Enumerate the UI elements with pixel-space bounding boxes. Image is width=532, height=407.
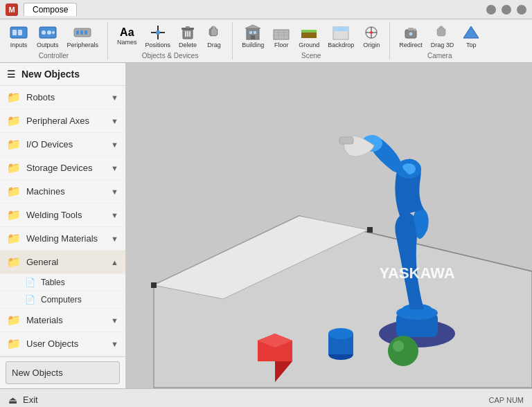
svg-rect-21 <box>249 31 252 34</box>
svg-point-66 <box>328 328 353 339</box>
chevron-icon: ▼ <box>111 188 118 196</box>
svg-rect-48 <box>151 282 157 288</box>
close-button[interactable] <box>517 5 526 15</box>
new-objects-button[interactable]: New Objects <box>6 361 120 384</box>
toolbar-redirect[interactable]: Redirect <box>396 22 426 51</box>
folder-icon: 📁 <box>7 138 21 151</box>
origin-label: Origin <box>363 42 380 48</box>
computers-label: Computers <box>41 295 82 305</box>
materials-label: Materials <box>26 315 105 325</box>
sidebar-item-peripheral-axes[interactable]: 📁 Peripheral Axes ▼ <box>0 109 125 133</box>
delete-label: Delete <box>179 42 197 48</box>
maximize-button[interactable] <box>502 5 511 15</box>
sidebar-subitem-tables[interactable]: 📄 Tables <box>0 274 125 291</box>
welding-materials-label: Welding Materials <box>26 233 105 244</box>
sidebar-item-io-devices[interactable]: 📁 I/O Devices ▼ <box>0 133 125 156</box>
peripherals-label: Peripherals <box>67 42 99 48</box>
toolbar-drag3d[interactable]: Drag 3D <box>427 22 458 51</box>
sidebar-subitem-computers[interactable]: 📄 Computers <box>0 291 125 309</box>
sidebar-title: New Objects <box>21 69 80 80</box>
svg-rect-2 <box>18 30 22 35</box>
folder-icon: 📁 <box>7 314 21 327</box>
chevron-icon: ▼ <box>111 340 118 348</box>
toolbar-drag[interactable]: Drag <box>202 22 227 51</box>
scene-svg: YASKAWA <box>126 63 532 388</box>
sidebar-list: 📁 Robots ▼ 📁 Peripheral Axes ▼ 📁 I/O Dev… <box>0 86 125 356</box>
chevron-icon: ▼ <box>111 235 118 243</box>
building-label: Building <box>242 42 264 48</box>
toolbar-group-objects: Aa Names Positions <box>114 22 233 60</box>
svg-rect-33 <box>333 27 348 31</box>
drag-icon <box>206 24 222 41</box>
objects-group-label: Objects & Devices <box>142 52 199 60</box>
svg-rect-25 <box>274 30 289 39</box>
sidebar-item-materials[interactable]: 📁 Materials ▼ <box>0 309 125 332</box>
toolbar-peripherals[interactable]: Peripherals <box>64 22 103 51</box>
sidebar-item-general[interactable]: 📁 General ▲ <box>0 251 125 274</box>
sidebar-item-machines[interactable]: 📁 Machines ▼ <box>0 180 125 204</box>
sidebar-item-robots[interactable]: 📁 Robots ▼ <box>0 86 125 109</box>
status-text: CAP NUM <box>488 396 524 404</box>
chevron-icon: ▼ <box>111 164 118 172</box>
chevron-icon: ▼ <box>111 316 118 325</box>
folder-icon: 📁 <box>7 337 21 350</box>
status-bar: ⏏ Exit CAP NUM <box>0 388 532 407</box>
sidebar: ☰ New Objects 📁 Robots ▼ 📁 Peripheral Ax… <box>0 63 126 388</box>
toolbar-positions[interactable]: Positions <box>142 22 175 51</box>
svg-point-39 <box>409 32 413 36</box>
window-controls <box>486 5 526 15</box>
storage-devices-label: Storage Devices <box>26 163 105 173</box>
toolbar-building[interactable]: Building <box>238 22 267 51</box>
viewport[interactable]: YASKAWA <box>126 63 532 388</box>
toolbar-ground[interactable]: Ground <box>295 22 323 51</box>
toolbar-floor[interactable]: Floor <box>269 22 294 51</box>
ground-label: Ground <box>299 42 319 48</box>
svg-point-6 <box>52 31 55 34</box>
svg-text:YASKAWA: YASKAWA <box>379 264 454 282</box>
svg-rect-8 <box>76 30 79 35</box>
welding-tools-label: Welding Tools <box>26 210 105 220</box>
svg-point-4 <box>42 30 46 35</box>
toolbar-outputs[interactable]: Outputs <box>33 22 62 51</box>
camera-group-label: Camera <box>427 52 452 60</box>
sidebar-header: ☰ New Objects <box>0 63 125 86</box>
svg-rect-31 <box>301 30 317 33</box>
redirect-label: Redirect <box>399 42 423 48</box>
top-icon <box>462 24 480 41</box>
peripheral-axes-label: Peripheral Axes <box>26 116 105 126</box>
user-objects-label: User Objects <box>26 338 105 349</box>
svg-point-5 <box>47 30 51 35</box>
toolbar-origin[interactable]: Origin <box>359 22 384 51</box>
svg-point-67 <box>388 336 418 366</box>
positions-label: Positions <box>145 42 171 48</box>
hamburger-icon[interactable]: ☰ <box>7 69 16 80</box>
svg-rect-49 <box>367 227 373 233</box>
svg-point-68 <box>393 341 404 352</box>
svg-point-13 <box>156 30 160 35</box>
toolbar-backdrop[interactable]: Backdrop <box>324 22 357 51</box>
sidebar-item-welding-materials[interactable]: 📁 Welding Materials ▼ <box>0 227 125 251</box>
backdrop-label: Backdrop <box>328 42 354 48</box>
toolbar-inputs[interactable]: Inputs <box>6 22 32 51</box>
folder-icon: 📁 <box>7 91 21 104</box>
minimize-button[interactable] <box>486 5 496 15</box>
sidebar-item-storage-devices[interactable]: 📁 Storage Devices ▼ <box>0 156 125 180</box>
names-label: Names <box>117 39 137 46</box>
top-label: Top <box>466 42 477 48</box>
names-icon: Aa <box>120 27 134 38</box>
toolbar-names[interactable]: Aa Names <box>114 25 141 48</box>
building-icon <box>244 24 262 41</box>
chevron-icon: ▼ <box>111 141 118 149</box>
toolbar-delete[interactable]: Delete <box>175 22 200 51</box>
sidebar-item-welding-tools[interactable]: 📁 Welding Tools ▼ <box>0 204 125 227</box>
compose-tab[interactable]: Compose <box>24 3 77 16</box>
svg-point-37 <box>370 31 373 34</box>
inputs-icon <box>9 24 28 41</box>
svg-rect-1 <box>12 30 17 35</box>
chevron-up-icon: ▲ <box>111 258 118 266</box>
sidebar-item-user-objects[interactable]: 📁 User Objects ▼ <box>0 332 125 356</box>
toolbar-top[interactable]: Top <box>459 22 484 51</box>
exit-label[interactable]: Exit <box>23 395 38 405</box>
svg-rect-57 <box>339 137 353 144</box>
svg-rect-9 <box>80 30 83 35</box>
